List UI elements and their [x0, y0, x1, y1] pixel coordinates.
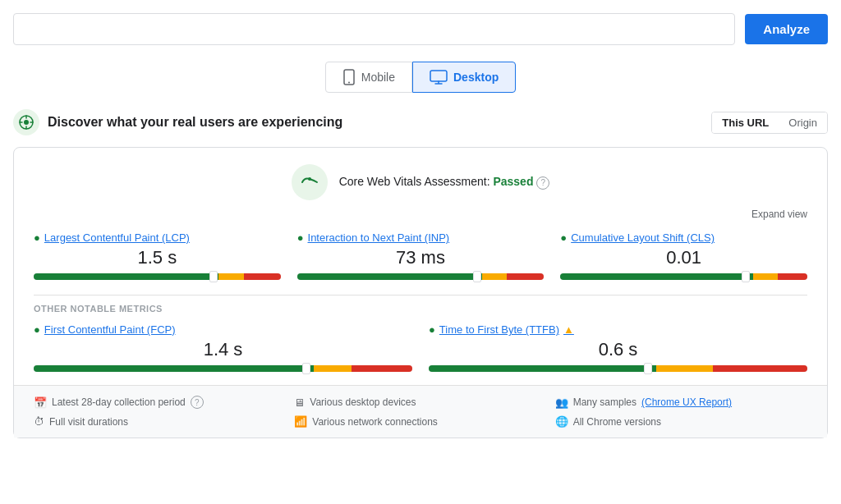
metrics-grid: Largest Contentful Paint (LCP)1.5 sInter…: [34, 231, 807, 280]
desktop-tab[interactable]: Desktop: [412, 62, 516, 93]
metric-label[interactable]: Cumulative Layout Shift (CLS): [560, 231, 807, 244]
progress-marker: [209, 271, 218, 282]
discover-section: Discover what your real users are experi…: [13, 109, 828, 135]
footer-item: 🌐All Chrome versions: [555, 415, 807, 428]
footer-item: ⏱Full visit durations: [34, 415, 286, 428]
footer-item-text: Full visit durations: [49, 416, 128, 428]
metric-value: 1.4 s: [34, 339, 412, 360]
calendar-icon: 📅: [34, 396, 47, 409]
progress-bar: [297, 273, 545, 280]
this-url-button[interactable]: This URL: [712, 112, 779, 133]
alert-icon: ▲: [563, 323, 574, 336]
main-card: Core Web Vitals Assessment: Passed ? Exp…: [13, 147, 828, 438]
metric-item: Time to First Byte (TTFB)▲0.6 s: [429, 323, 807, 372]
svg-rect-2: [430, 71, 447, 81]
progress-marker: [644, 363, 652, 374]
metric-item: First Contentful Paint (FCP)1.4 s: [34, 323, 412, 372]
cwv-header: Core Web Vitals Assessment: Passed ?: [34, 164, 807, 200]
footer-item-text: Latest 28-day collection period: [52, 396, 186, 408]
metric-item: Cumulative Layout Shift (CLS)0.01: [560, 231, 807, 280]
mobile-label: Mobile: [361, 71, 395, 84]
metric-label[interactable]: Largest Contentful Paint (LCP): [34, 231, 281, 244]
other-metrics-label: OTHER NOTABLE METRICS: [34, 304, 807, 314]
metric-value: 0.01: [560, 247, 807, 268]
metric-label[interactable]: First Contentful Paint (FCP): [34, 323, 412, 336]
clock-icon: ⏱: [34, 415, 44, 428]
metric-label[interactable]: Interaction to Next Paint (INP): [297, 231, 545, 244]
svg-point-5: [308, 177, 311, 181]
device-toggle: Mobile Desktop: [13, 62, 828, 93]
footer-item-text: Various network connections: [312, 416, 438, 428]
footer-info: 📅Latest 28-day collection period?🖥Variou…: [14, 385, 827, 438]
cwv-info-icon[interactable]: ?: [536, 176, 549, 190]
progress-bar: [34, 365, 412, 372]
other-metrics-grid: First Contentful Paint (FCP)1.4 sTime to…: [34, 323, 807, 372]
metric-label[interactable]: Time to First Byte (TTFB)▲: [429, 323, 807, 336]
users-icon: 👥: [555, 396, 568, 409]
progress-marker: [473, 271, 481, 282]
mobile-icon: [342, 69, 356, 85]
mobile-tab[interactable]: Mobile: [325, 62, 412, 93]
desktop-label: Desktop: [453, 71, 499, 84]
progress-bar: [560, 273, 807, 280]
footer-item-text: All Chrome versions: [573, 416, 661, 428]
svg-point-4: [24, 120, 29, 125]
desktop-icon: [430, 70, 448, 85]
footer-item: 📅Latest 28-day collection period?: [34, 396, 286, 409]
url-origin-toggle: This URL Origin: [711, 112, 828, 134]
wifi-icon: 📶: [294, 415, 307, 428]
url-input[interactable]: https://www.performyard.com/: [13, 13, 735, 45]
monitor-icon: 🖥: [294, 396, 305, 409]
progress-marker: [742, 271, 750, 282]
cwv-title: Core Web Vitals Assessment:: [339, 175, 490, 188]
cwv-title-group: Core Web Vitals Assessment: Passed ?: [339, 175, 550, 189]
metric-value: 73 ms: [297, 247, 545, 268]
metric-item: Largest Contentful Paint (LCP)1.5 s: [34, 231, 281, 280]
cwv-status: Passed: [493, 175, 533, 188]
cwv-icon: [292, 164, 328, 200]
expand-view[interactable]: Expand view: [34, 208, 807, 220]
metric-item: Interaction to Next Paint (INP)73 ms: [297, 231, 545, 280]
discover-left: Discover what your real users are experi…: [13, 109, 342, 135]
chrome-ux-report-link[interactable]: (Chrome UX Report): [641, 396, 732, 408]
discover-icon: [13, 109, 39, 135]
footer-item: 👥Many samples(Chrome UX Report): [555, 396, 807, 409]
divider: [34, 295, 807, 296]
metric-value: 1.5 s: [34, 247, 281, 268]
discover-title: Discover what your real users are experi…: [48, 115, 342, 130]
analyze-button[interactable]: Analyze: [745, 14, 828, 44]
origin-button[interactable]: Origin: [779, 112, 827, 133]
footer-item-text: Many samples: [573, 396, 636, 408]
metric-value: 0.6 s: [429, 339, 807, 360]
url-bar: https://www.performyard.com/ Analyze: [13, 13, 828, 45]
svg-point-1: [348, 82, 350, 84]
footer-item: 🖥Various desktop devices: [294, 396, 546, 409]
progress-bar: [429, 365, 807, 372]
progress-bar: [34, 273, 281, 280]
footer-item-text: Various desktop devices: [310, 396, 416, 408]
footer-item: 📶Various network connections: [294, 415, 546, 428]
chrome-icon: 🌐: [555, 415, 568, 428]
info-icon[interactable]: ?: [191, 396, 204, 409]
progress-marker: [302, 363, 310, 374]
